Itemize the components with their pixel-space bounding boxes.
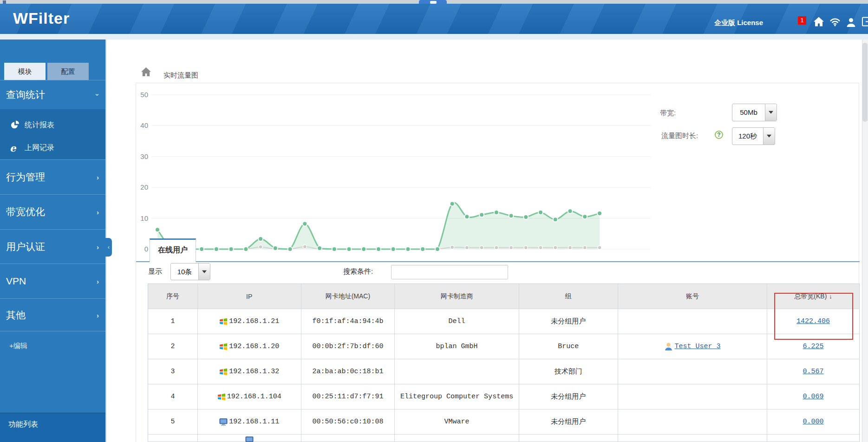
bandwidth-link[interactable]: 6.225 — [803, 343, 824, 350]
col-header-ip[interactable]: IP — [198, 284, 301, 309]
sidebar-collapse-handle[interactable]: ‹ — [105, 238, 112, 257]
table-row[interactable]: 3 192.168.1.32 2a:ba:ab:0c:18:b1 技术部门 0.… — [148, 359, 859, 384]
account-cell — [618, 409, 768, 435]
index-cell: 1 — [148, 309, 198, 334]
wfilter-logo: WFilter — [13, 9, 70, 27]
y-tick-label: 10 — [136, 214, 148, 222]
duration-label: 流量图时长: — [661, 132, 698, 140]
sidebar-footer[interactable]: 功能列表 — [0, 413, 105, 442]
table-row[interactable]: 5 192.168.1.11 00:50:56:c0:10:08 VMware … — [148, 409, 859, 435]
dropdown-arrow-icon[interactable] — [763, 128, 775, 145]
search-input[interactable] — [391, 265, 508, 279]
bandwidth-link[interactable]: 0.069 — [803, 393, 824, 401]
vendor-cell: Elitegroup Computer Systems — [395, 384, 519, 409]
page-title: 实时流量图 — [163, 71, 198, 80]
license-label[interactable]: 企业版 License — [714, 19, 763, 27]
wifi-icon[interactable] — [829, 18, 841, 26]
breadcrumb-home-icon[interactable] — [141, 67, 151, 79]
y-tick-label: 50 — [136, 91, 148, 99]
bandwidth-select[interactable]: 50Mb — [732, 104, 777, 121]
vendor-cell: Dell — [395, 309, 519, 334]
show-label: 显示 — [148, 267, 162, 276]
index-cell: 5 — [148, 409, 198, 435]
account-cell — [618, 384, 768, 409]
dropdown-arrow-icon[interactable] — [198, 264, 210, 280]
account-cell — [618, 309, 768, 334]
chevron-down-icon: › — [94, 94, 102, 96]
sidebar-tab-modules[interactable]: 模块 — [4, 63, 46, 80]
help-icon[interactable]: ? — [715, 131, 723, 139]
tab-row-divider — [136, 261, 860, 262]
chevron-right-icon: › — [97, 173, 99, 181]
page-size-select[interactable]: 10条 — [170, 263, 210, 280]
bandwidth-link[interactable]: 0.000 — [803, 418, 824, 426]
bandwidth-link[interactable]: 0.567 — [803, 368, 824, 376]
bandwidth-cell: 1422.406 — [767, 309, 859, 334]
notification-badge[interactable]: 1 — [798, 16, 806, 25]
scrollbar-thumb[interactable] — [862, 43, 868, 122]
col-header-vendor[interactable]: 网卡制造商 — [395, 284, 519, 309]
bandwidth-cell: 0.567 — [767, 359, 859, 384]
sidebar-section-query-stats[interactable]: 查询统计 › — [0, 80, 105, 109]
chevron-right-icon: › — [97, 243, 99, 251]
header-separator — [0, 34, 868, 40]
home-icon[interactable] — [813, 16, 824, 27]
monitor-icon — [245, 436, 254, 442]
sidebar: 模块 配置 查询统计 › 统计报表 e 上网记录 行为管理 › 带宽优化 › 用… — [0, 40, 105, 442]
mac-cell: 2a:ba:ab:0c:18:b1 — [301, 359, 395, 384]
browser-fragment — [3, 0, 6, 4]
account-icon[interactable] — [846, 17, 856, 27]
vendor-cell: VMware — [395, 409, 519, 435]
y-tick-label: 40 — [136, 121, 148, 129]
table-header-row: 序号 IP 网卡地址(MAC) 网卡制造商 组 账号 总带宽(KB)↓ — [148, 284, 859, 309]
bandwidth-cell: 6.225 — [767, 334, 859, 359]
user-icon — [664, 342, 673, 351]
monitor-icon — [219, 418, 228, 426]
account-link[interactable]: Test User 3 — [674, 343, 720, 350]
ip-cell: 192.168.1.104 — [198, 384, 301, 409]
col-header-account[interactable]: 账号 — [618, 284, 768, 309]
col-header-mac[interactable]: 网卡地址(MAC) — [301, 284, 395, 309]
mac-cell: 00:25:11:d7:f7:91 — [301, 384, 395, 409]
dropdown-arrow-icon[interactable] — [765, 104, 777, 121]
mac-cell: 00:50:56:c0:10:08 — [301, 409, 395, 435]
windows-os-icon — [219, 368, 228, 376]
ip-cell: 192.168.1.21 — [198, 309, 301, 334]
sidebar-section-behavior[interactable]: 行为管理 › — [0, 159, 105, 194]
table-row[interactable]: 4 192.168.1.104 00:25:11:d7:f7:91 Eliteg… — [148, 384, 859, 409]
windows-os-icon — [219, 318, 228, 325]
bandwidth-label: 带宽: — [660, 109, 676, 118]
sort-desc-icon[interactable]: ↓ — [829, 293, 832, 300]
vendor-cell: bplan GmbH — [395, 334, 519, 359]
chevron-right-icon: › — [97, 208, 99, 216]
sidebar-tab-config[interactable]: 配置 — [47, 63, 89, 80]
table-row[interactable]: 1 192.168.1.21 f0:1f:af:4a:94:4b Dell 未分… — [148, 309, 859, 334]
app-header: WFilter 企业版 License 1 — [0, 4, 868, 34]
account-cell: Test User 3 — [618, 334, 768, 359]
logout-icon[interactable] — [862, 17, 868, 26]
ip-cell: 192.168.1.20 — [198, 334, 301, 359]
bandwidth-cell: 0.069 — [767, 384, 859, 409]
tab-online-users[interactable]: 在线用户 — [150, 238, 196, 262]
sidebar-item-stat-reports[interactable]: 统计报表 — [0, 113, 105, 136]
table-row-partial[interactable] — [148, 435, 859, 442]
col-header-bandwidth[interactable]: 总带宽(KB)↓ — [767, 284, 859, 309]
table-row[interactable]: 2 192.168.1.20 00:0b:2f:7b:df:60 bplan G… — [148, 334, 859, 359]
sidebar-edit-link[interactable]: +编辑 — [9, 342, 27, 350]
chevron-right-icon: › — [97, 311, 99, 319]
sidebar-item-web-records[interactable]: e 上网记录 — [0, 136, 105, 159]
sidebar-section-other[interactable]: 其他 › — [0, 298, 105, 331]
duration-select[interactable]: 120秒 — [732, 127, 775, 145]
bandwidth-link[interactable]: 1422.406 — [796, 317, 830, 325]
y-tick-label: 20 — [136, 183, 148, 191]
mac-cell: f0:1f:af:4a:94:4b — [301, 309, 395, 334]
col-header-group[interactable]: 组 — [519, 284, 618, 309]
col-header-index[interactable]: 序号 — [148, 284, 198, 309]
sidebar-section-vpn[interactable]: VPN › — [0, 264, 105, 298]
index-cell: 3 — [148, 359, 198, 384]
sidebar-section-bandwidth[interactable]: 带宽优化 › — [0, 194, 105, 229]
group-cell: 未分组用户 — [519, 384, 618, 409]
windows-os-icon — [217, 393, 226, 401]
sidebar-section-auth[interactable]: 用户认证 › — [0, 229, 105, 264]
y-tick-label: 0 — [136, 245, 148, 253]
